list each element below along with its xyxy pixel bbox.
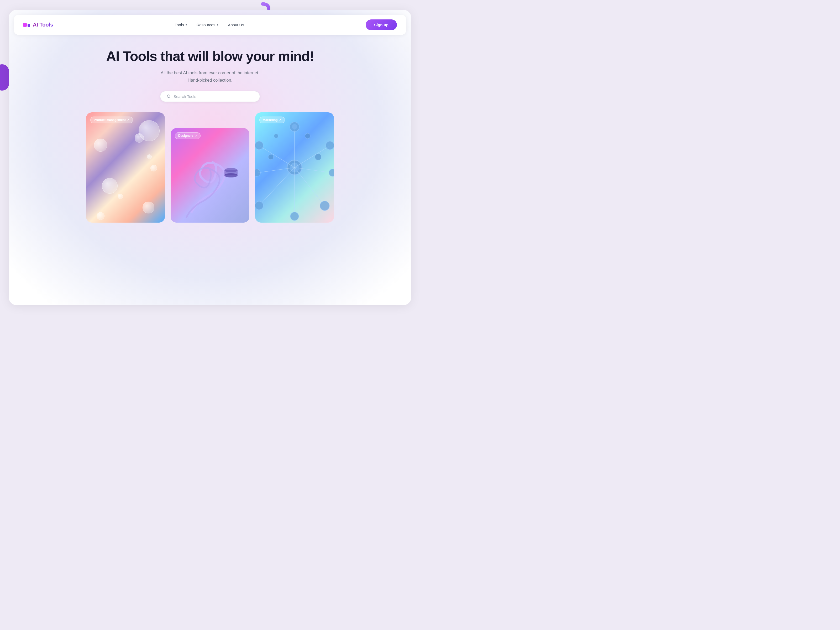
deco-circle — [0, 64, 9, 90]
svg-line-22 — [261, 147, 295, 167]
hero-title: AI Tools that will blow your mind! — [106, 49, 314, 64]
card-product-management[interactable]: Product Management ↗ — [86, 112, 165, 223]
card-tag-marketing[interactable]: Marketing ↗ — [259, 117, 285, 123]
svg-point-19 — [255, 201, 263, 210]
arrow-icon: ↗ — [195, 134, 197, 137]
card-tag-designers[interactable]: Designers ↗ — [175, 132, 201, 139]
svg-line-14 — [295, 167, 324, 204]
svg-point-25 — [315, 154, 321, 160]
svg-point-21 — [255, 169, 261, 177]
card-bg-marketing — [255, 112, 334, 223]
arrow-icon: ↗ — [127, 118, 129, 122]
svg-point-26 — [268, 154, 273, 159]
signup-button[interactable]: Sign up — [366, 19, 397, 30]
nav-tools[interactable]: Tools ▾ — [175, 22, 187, 27]
svg-point-27 — [274, 134, 278, 138]
nav-resources-label: Resources — [197, 22, 216, 27]
card-designers[interactable]: Designers ↗ — [171, 128, 249, 223]
svg-line-10 — [295, 147, 328, 167]
nav-links: Tools ▾ Resources ▾ About Us — [175, 22, 244, 27]
svg-point-9 — [292, 124, 297, 129]
arrow-icon: ↗ — [279, 118, 281, 122]
cards-row: Product Management ↗ — [73, 112, 347, 223]
svg-point-4 — [224, 173, 238, 177]
card-bg-product-management — [86, 112, 165, 223]
search-icon — [167, 94, 171, 98]
svg-line-1 — [170, 97, 171, 98]
logo-pink-square — [23, 23, 27, 27]
bubble — [94, 139, 107, 152]
nav-tools-label: Tools — [175, 22, 184, 27]
designers-art — [171, 128, 249, 223]
logo-purple-square — [28, 24, 30, 27]
bubble — [142, 202, 154, 213]
svg-point-11 — [326, 141, 334, 150]
navbar: AI Tools Tools ▾ Resources ▾ About Us Si… — [14, 15, 406, 35]
chevron-down-icon: ▾ — [217, 23, 218, 27]
marketing-art — [255, 112, 334, 223]
nav-resources[interactable]: Resources ▾ — [197, 22, 219, 27]
bubble — [118, 194, 123, 199]
card-bg-designers — [171, 128, 249, 223]
card-tag-product-management[interactable]: Product Management ↗ — [90, 117, 133, 123]
hero-section: AI Tools that will blow your mind! All t… — [9, 35, 411, 305]
svg-point-13 — [329, 169, 334, 177]
search-input[interactable] — [174, 94, 253, 99]
hero-subtitle: All the best AI tools from ever corner o… — [161, 69, 259, 84]
bubble — [150, 165, 157, 171]
bubble — [96, 212, 104, 220]
bubble — [102, 178, 118, 194]
svg-point-15 — [320, 201, 330, 210]
logo-text: AI Tools — [33, 22, 53, 28]
logo[interactable]: AI Tools — [23, 22, 53, 28]
svg-point-17 — [291, 212, 299, 221]
svg-point-24 — [305, 133, 310, 139]
search-bar[interactable] — [160, 91, 260, 102]
bubble — [147, 154, 152, 159]
svg-line-18 — [261, 167, 295, 204]
nav-about[interactable]: About Us — [228, 22, 244, 27]
main-card: AI Tools Tools ▾ Resources ▾ About Us Si… — [9, 10, 411, 305]
svg-point-23 — [255, 141, 263, 150]
card-marketing[interactable]: Marketing ↗ — [255, 112, 334, 223]
logo-icon — [23, 23, 30, 27]
nav-about-label: About Us — [228, 22, 244, 27]
bubble — [135, 133, 144, 142]
chevron-down-icon: ▾ — [186, 23, 187, 27]
